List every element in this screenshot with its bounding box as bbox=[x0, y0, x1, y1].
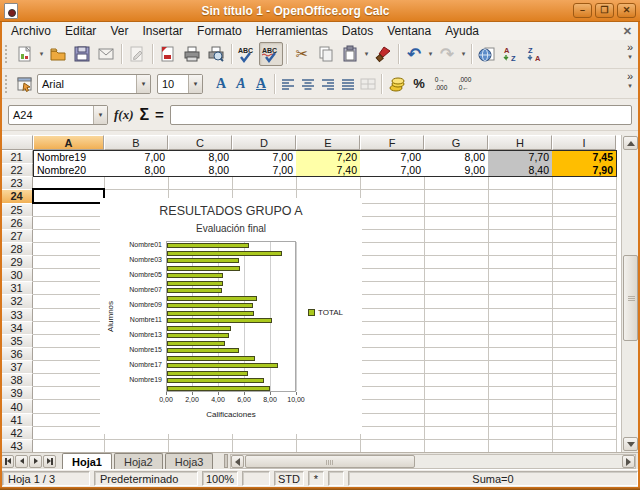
function-wizard-icon[interactable]: f(x) bbox=[114, 107, 134, 123]
minimize-button[interactable]: – bbox=[573, 3, 592, 18]
column-header-C[interactable]: C bbox=[168, 135, 232, 150]
menu-herramientas[interactable]: Herramientas bbox=[249, 23, 335, 39]
horizontal-scroll-thumb[interactable] bbox=[245, 455, 415, 468]
spelling-button[interactable]: ABC bbox=[235, 42, 259, 66]
cell-A22[interactable]: Nombre20 bbox=[33, 163, 105, 177]
row-header-26[interactable]: 26 bbox=[0, 216, 33, 230]
status-zoom-level[interactable]: 100% bbox=[202, 471, 238, 486]
name-box-dropdown[interactable]: ▾ bbox=[93, 106, 107, 124]
row-header-43[interactable]: 43 bbox=[0, 439, 33, 452]
cell-D22[interactable]: 7,00 bbox=[232, 163, 297, 177]
close-button[interactable]: ✕ bbox=[617, 3, 636, 18]
last-sheet-button[interactable] bbox=[43, 455, 56, 468]
edit-file-button[interactable] bbox=[125, 42, 149, 66]
row-header-23[interactable]: 23 bbox=[0, 176, 33, 190]
email-button[interactable] bbox=[94, 42, 118, 66]
row-header-39[interactable]: 39 bbox=[0, 386, 33, 400]
new-document-button[interactable] bbox=[13, 42, 37, 66]
justify-button[interactable] bbox=[338, 72, 358, 96]
status-page-style[interactable]: Predeterminado bbox=[94, 471, 198, 486]
align-center-button[interactable] bbox=[298, 72, 318, 96]
row-header-42[interactable]: 42 bbox=[0, 426, 33, 440]
column-header-D[interactable]: D bbox=[232, 135, 296, 150]
function-equals-icon[interactable]: = bbox=[155, 106, 164, 123]
column-header-F[interactable]: F bbox=[360, 135, 424, 150]
formula-input-line[interactable] bbox=[170, 105, 632, 125]
cell-H22[interactable]: 8,40 bbox=[488, 163, 553, 177]
font-name-value[interactable]: Arial bbox=[38, 78, 136, 90]
toolbar-overflow-button[interactable]: »▾ bbox=[623, 71, 637, 91]
previous-sheet-button[interactable] bbox=[15, 455, 28, 468]
sheet-tab-hoja2[interactable]: Hoja2 bbox=[114, 453, 163, 469]
column-header-E[interactable]: E bbox=[296, 135, 360, 150]
row-header-34[interactable]: 34 bbox=[0, 321, 33, 335]
cell-G21[interactable]: 8,00 bbox=[424, 150, 489, 164]
merge-cells-button[interactable] bbox=[358, 72, 378, 96]
cell-C21[interactable]: 8,00 bbox=[168, 150, 233, 164]
font-size-dropdown[interactable]: ▾ bbox=[188, 75, 202, 93]
align-left-button[interactable] bbox=[278, 72, 298, 96]
select-all-corner[interactable] bbox=[0, 135, 33, 150]
undo-button[interactable]: ↶ bbox=[402, 42, 426, 66]
format-paintbrush-button[interactable] bbox=[371, 42, 395, 66]
open-button[interactable] bbox=[46, 42, 70, 66]
font-size-combo[interactable]: 10 ▾ bbox=[157, 74, 203, 94]
row-header-22[interactable]: 22 bbox=[0, 163, 33, 177]
row-header-36[interactable]: 36 bbox=[0, 347, 33, 361]
delete-decimal-button[interactable]: .0000← bbox=[453, 72, 477, 96]
currency-button[interactable] bbox=[385, 72, 409, 96]
font-size-value[interactable]: 10 bbox=[158, 78, 188, 90]
column-header-G[interactable]: G bbox=[424, 135, 488, 150]
status-insert-mode[interactable] bbox=[242, 471, 270, 486]
cell-B21[interactable]: 7,00 bbox=[104, 150, 169, 164]
row-header-25[interactable]: 25 bbox=[0, 203, 33, 217]
menu-ayuda[interactable]: Ayuda bbox=[438, 23, 486, 39]
column-header-I[interactable]: I bbox=[552, 135, 616, 150]
cell-F22[interactable]: 7,00 bbox=[360, 163, 425, 177]
sheet-tab-hoja3[interactable]: Hoja3 bbox=[165, 453, 214, 469]
first-sheet-button[interactable] bbox=[1, 455, 14, 468]
row-header-21[interactable]: 21 bbox=[0, 150, 33, 164]
align-right-button[interactable] bbox=[318, 72, 338, 96]
underline-button[interactable]: A bbox=[251, 72, 271, 96]
selected-cell-A24[interactable] bbox=[32, 188, 105, 203]
row-header-41[interactable]: 41 bbox=[0, 413, 33, 427]
percent-button[interactable]: % bbox=[409, 72, 429, 96]
spreadsheet-grid[interactable]: ABCDEFGHI2122232425262728293031323334353… bbox=[0, 135, 640, 452]
scroll-down-button[interactable] bbox=[623, 437, 638, 451]
cut-button[interactable]: ✂ bbox=[290, 42, 314, 66]
row-header-29[interactable]: 29 bbox=[0, 255, 33, 269]
tab-scrollbar-splitter[interactable] bbox=[224, 454, 228, 468]
row-header-28[interactable]: 28 bbox=[0, 242, 33, 256]
scroll-left-button[interactable] bbox=[231, 455, 244, 468]
cell-E21[interactable]: 7,20 bbox=[296, 150, 361, 164]
row-header-38[interactable]: 38 bbox=[0, 373, 33, 387]
print-button[interactable] bbox=[180, 42, 204, 66]
menu-datos[interactable]: Datos bbox=[335, 23, 380, 39]
toolbar-grip[interactable] bbox=[5, 45, 10, 63]
export-pdf-button[interactable] bbox=[156, 42, 180, 66]
menu-ver[interactable]: Ver bbox=[103, 23, 135, 39]
row-header-31[interactable]: 31 bbox=[0, 281, 33, 295]
column-header-H[interactable]: H bbox=[488, 135, 552, 150]
save-button[interactable] bbox=[70, 42, 94, 66]
row-header-24[interactable]: 24 bbox=[0, 189, 33, 203]
status-sum[interactable]: Suma=0 bbox=[348, 471, 638, 486]
menu-editar[interactable]: Editar bbox=[58, 23, 103, 39]
menu-insertar[interactable]: Insertar bbox=[135, 23, 190, 39]
sum-icon[interactable]: Σ bbox=[140, 106, 150, 124]
cell-F21[interactable]: 7,00 bbox=[360, 150, 425, 164]
row-header-37[interactable]: 37 bbox=[0, 360, 33, 374]
toolbar-overflow-button[interactable]: »▾ bbox=[623, 42, 637, 62]
title-bar[interactable]: Sin título 1 - OpenOffice.org Calc – ❐ ✕ bbox=[0, 0, 640, 22]
vertical-scroll-thumb[interactable] bbox=[623, 255, 638, 341]
sort-ascending-button[interactable]: AZ bbox=[499, 42, 523, 66]
styles-and-formatting-button[interactable] bbox=[13, 72, 37, 96]
undo-dropdown-arrow[interactable]: ▾ bbox=[426, 50, 435, 58]
scroll-up-button[interactable] bbox=[623, 136, 638, 150]
cell-D21[interactable]: 7,00 bbox=[232, 150, 297, 164]
add-decimal-button[interactable]: 0→.000 bbox=[429, 72, 453, 96]
horizontal-scrollbar[interactable] bbox=[230, 454, 636, 469]
row-header-30[interactable]: 30 bbox=[0, 268, 33, 282]
cell-I22[interactable]: 7,90 bbox=[552, 163, 617, 177]
